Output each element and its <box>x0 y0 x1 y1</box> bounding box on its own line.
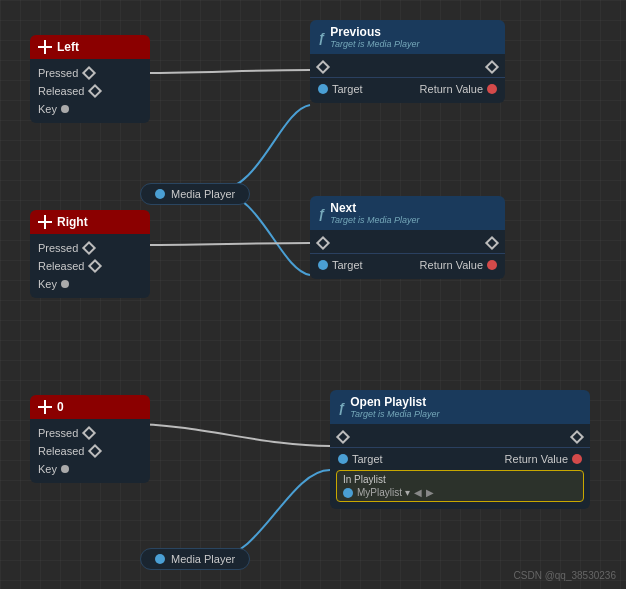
zero-released-label: Released <box>38 445 84 457</box>
media-player-2-pin[interactable] <box>155 554 165 564</box>
zero-released-pin[interactable] <box>88 444 102 458</box>
left-pressed-row: Pressed <box>30 64 150 82</box>
zero-pressed-pin[interactable] <box>82 426 96 440</box>
left-released-pin[interactable] <box>88 84 102 98</box>
zero-pressed-label: Pressed <box>38 427 78 439</box>
left-key-label: Key <box>38 103 57 115</box>
right-key-pin[interactable] <box>61 280 69 288</box>
next-func-title: Next <box>330 201 419 215</box>
crosshair-icon <box>38 40 52 54</box>
open-playlist-title: Open Playlist <box>350 395 439 409</box>
open-playlist-target-in-pin[interactable] <box>338 454 348 464</box>
next-target-row: Target Return Value <box>310 256 505 274</box>
open-playlist-exec-out-pin[interactable] <box>570 430 584 444</box>
previous-target-label: Target <box>332 83 363 95</box>
left-pressed-label: Pressed <box>38 67 78 79</box>
media-player-1-label: Media Player <box>171 188 235 200</box>
next-exec-out-pin[interactable] <box>485 236 499 250</box>
zero-pressed-row: Pressed <box>30 424 150 442</box>
left-key-pin[interactable] <box>61 105 69 113</box>
left-released-row: Released <box>30 82 150 100</box>
in-playlist-arrow-left[interactable]: ◀ <box>414 487 422 498</box>
right-released-row: Released <box>30 257 150 275</box>
previous-func-header: ƒ Previous Target is Media Player <box>310 20 505 54</box>
open-playlist-target-row: Target Return Value <box>330 450 590 468</box>
media-player-node-1[interactable]: Media Player <box>140 183 250 205</box>
right-released-pin[interactable] <box>88 259 102 273</box>
next-exec-in-pin[interactable] <box>316 236 330 250</box>
open-playlist-return-pin[interactable] <box>572 454 582 464</box>
next-exec-row <box>310 235 505 251</box>
right-pressed-label: Pressed <box>38 242 78 254</box>
in-playlist-box[interactable]: In Playlist MyPlaylist ▾ ◀ ▶ <box>336 470 584 502</box>
open-playlist-exec-row <box>330 429 590 445</box>
previous-func-subtitle: Target is Media Player <box>330 39 419 49</box>
zero-event-body: Pressed Released Key <box>30 419 150 483</box>
left-event-node: Left Pressed Released Key <box>30 35 150 123</box>
zero-key-row: Key <box>30 460 150 478</box>
next-target-label: Target <box>332 259 363 271</box>
func-icon-open-playlist: ƒ <box>338 400 345 415</box>
previous-target-in-pin[interactable] <box>318 84 328 94</box>
previous-func-node: ƒ Previous Target is Media Player Target… <box>310 20 505 103</box>
open-playlist-exec-in-pin[interactable] <box>336 430 350 444</box>
left-key-row: Key <box>30 100 150 118</box>
previous-return-label: Return Value <box>420 83 483 95</box>
previous-exec-in-pin[interactable] <box>316 60 330 74</box>
open-playlist-subtitle: Target is Media Player <box>350 409 439 419</box>
next-return-pin[interactable] <box>487 260 497 270</box>
func-icon-previous: ƒ <box>318 30 325 45</box>
right-pressed-pin[interactable] <box>82 241 96 255</box>
in-playlist-arrow-right[interactable]: ▶ <box>426 487 434 498</box>
right-key-label: Key <box>38 278 57 290</box>
next-return-label: Return Value <box>420 259 483 271</box>
left-released-label: Released <box>38 85 84 97</box>
zero-event-header: 0 <box>30 395 150 419</box>
right-key-row: Key <box>30 275 150 293</box>
zero-released-row: Released <box>30 442 150 460</box>
func-icon-next: ƒ <box>318 206 325 221</box>
left-pressed-pin[interactable] <box>82 66 96 80</box>
in-playlist-pin[interactable] <box>343 488 353 498</box>
open-playlist-header: ƒ Open Playlist Target is Media Player <box>330 390 590 424</box>
zero-key-pin[interactable] <box>61 465 69 473</box>
left-event-body: Pressed Released Key <box>30 59 150 123</box>
previous-exec-row <box>310 59 505 75</box>
right-event-body: Pressed Released Key <box>30 234 150 298</box>
next-func-header: ƒ Next Target is Media Player <box>310 196 505 230</box>
previous-func-body: Target Return Value <box>310 54 505 103</box>
right-pressed-row: Pressed <box>30 239 150 257</box>
next-func-body: Target Return Value <box>310 230 505 279</box>
open-playlist-func-node: ƒ Open Playlist Target is Media Player T… <box>330 390 590 509</box>
next-func-node: ƒ Next Target is Media Player Target Ret… <box>310 196 505 279</box>
left-event-title: Left <box>57 40 79 54</box>
open-playlist-target-label: Target <box>352 453 383 465</box>
right-event-title: Right <box>57 215 88 229</box>
media-player-1-pin[interactable] <box>155 189 165 199</box>
open-playlist-return-label: Return Value <box>505 453 568 465</box>
right-event-header: Right <box>30 210 150 234</box>
in-playlist-label: In Playlist <box>343 474 577 485</box>
watermark: CSDN @qq_38530236 <box>514 570 616 581</box>
previous-func-title: Previous <box>330 25 419 39</box>
open-playlist-body: Target Return Value In Playlist MyPlayli… <box>330 424 590 509</box>
crosshair-icon-zero <box>38 400 52 414</box>
previous-return-pin[interactable] <box>487 84 497 94</box>
left-event-header: Left <box>30 35 150 59</box>
media-player-2-label: Media Player <box>171 553 235 565</box>
zero-event-title: 0 <box>57 400 64 414</box>
zero-event-node: 0 Pressed Released Key <box>30 395 150 483</box>
previous-target-row: Target Return Value <box>310 80 505 98</box>
media-player-node-2[interactable]: Media Player <box>140 548 250 570</box>
previous-exec-out-pin[interactable] <box>485 60 499 74</box>
crosshair-icon-right <box>38 215 52 229</box>
in-playlist-value-row: MyPlaylist ▾ ◀ ▶ <box>343 487 577 498</box>
right-event-node: Right Pressed Released Key <box>30 210 150 298</box>
zero-key-label: Key <box>38 463 57 475</box>
next-func-subtitle: Target is Media Player <box>330 215 419 225</box>
right-released-label: Released <box>38 260 84 272</box>
next-target-in-pin[interactable] <box>318 260 328 270</box>
in-playlist-value-text: MyPlaylist ▾ <box>357 487 410 498</box>
